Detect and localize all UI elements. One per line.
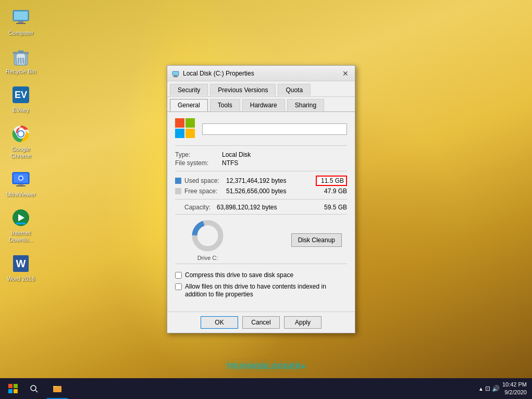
index-checkbox-row: Allow files on this drive to have conten… [175,283,347,299]
free-space-gb: 47.9 GB [316,188,347,195]
capacity-row: Capacity: 63,898,120,192 bytes 59.5 GB [175,204,347,211]
disk-usage-chart [191,219,225,253]
cancel-button[interactable]: Cancel [242,316,280,329]
svg-point-21 [19,177,22,180]
volume-icon[interactable]: 🔊 [492,385,500,392]
svg-point-15 [18,131,23,136]
used-space-label: Used space: [184,177,226,184]
svg-rect-39 [14,389,18,393]
taskbar-date-display: 9/2/2020 [502,389,527,396]
chart-section: Drive C: Disk Cleanup [175,214,347,264]
taskbar-search-button[interactable] [23,378,44,399]
taskbar-items [44,378,478,399]
taskbar-clock[interactable]: 10:42 PM 9/2/2020 [502,381,527,397]
type-row: Type: Local Disk [175,151,347,158]
svg-rect-30 [175,118,184,128]
taskbar-file-explorer[interactable] [47,378,68,399]
taskbar-time-display: 10:42 PM [502,381,527,389]
svg-rect-37 [14,384,18,388]
index-checkbox[interactable] [175,283,182,290]
chrome-icon [10,123,31,144]
drive-name-input[interactable] [202,123,347,135]
svg-rect-1 [14,11,28,20]
watermark: TRUONGBLOGGER● [226,362,306,370]
filesystem-row: File system: NTFS [175,159,347,167]
svg-line-41 [35,390,38,392]
svg-rect-27 [173,72,178,75]
used-space-bytes: 12,371,464,192 bytes [226,177,316,184]
evkey-icon: EV [10,84,31,105]
apply-button[interactable]: Apply [284,316,321,329]
desktop-icon-chrome[interactable]: Google Chrome [3,121,39,161]
svg-point-40 [31,385,36,391]
svg-rect-3 [16,23,26,24]
tab-tools[interactable]: Tools [210,99,240,111]
svg-rect-18 [18,184,23,185]
compress-checkbox-row: Compress this drive to save disk space [175,271,347,280]
filesystem-value: NTFS [222,159,238,167]
used-space-row: Used space: 12,371,464,192 bytes 11.5 GB [175,176,347,186]
drive-header [175,118,347,146]
chrome-icon-label: Google Chrome [5,146,37,159]
svg-rect-5 [13,52,29,54]
taskbar-system-icons: ▲ ⊡ 🔊 [478,385,500,392]
space-section: Used space: 12,371,464,192 bytes 11.5 GB… [175,176,347,195]
idm-icon [10,207,31,228]
dialog-close-button[interactable]: ✕ [340,68,351,79]
chevron-up-icon[interactable]: ▲ [478,386,484,392]
ok-button[interactable]: OK [201,316,238,329]
network-icon: ⊡ [485,385,490,392]
disk-cleanup-button[interactable]: Disk Cleanup [291,233,342,247]
ultraviewer-icon-label: UltraViewer [6,191,36,198]
tab-quota[interactable]: Quota [278,84,311,96]
computer-icon [10,7,31,28]
search-icon [30,384,38,393]
desktop-icon-ultraviewer[interactable]: UltraViewer [3,167,39,200]
desktop-icon-evkey[interactable]: EV EVkey [3,82,39,116]
dialog-title-text: Local Disk (C:) Properties [183,70,340,77]
tab-sharing[interactable]: Sharing [287,99,324,111]
word-icon-label: Word 2016 [7,276,35,282]
chart-drive-label: Drive C: [197,255,218,261]
svg-rect-10 [17,54,24,58]
tab-general[interactable]: General [170,99,208,111]
taskbar-right: ▲ ⊡ 🔊 10:42 PM 9/2/2020 [478,381,529,397]
start-button[interactable] [3,378,23,399]
idm-icon-label: Internet Downlo... [5,230,37,243]
tab-hardware[interactable]: Hardware [242,99,285,111]
desktop-icons: Computer Recycle Bin [3,5,39,284]
svg-text:EV: EV [15,90,27,100]
svg-text:W: W [16,258,26,269]
desktop-icon-computer[interactable]: Computer [3,5,39,39]
svg-rect-19 [16,185,26,186]
desktop-icon-recycle-bin[interactable]: Recycle Bin [3,44,39,77]
svg-rect-33 [185,129,195,138]
recycle-bin-icon [10,46,31,67]
evkey-icon-label: EVkey [13,107,29,114]
tab-previous-versions[interactable]: Previous Versions [210,84,276,96]
separator-2 [175,199,347,200]
dialog-content: Type: Local Disk File system: NTFS Used … [167,112,355,311]
file-explorer-icon [52,383,63,393]
windows-logo-icon [8,384,18,393]
tab-row-top: Security Previous Versions Quota [167,81,355,97]
word-icon: W [10,253,31,274]
svg-rect-29 [173,77,178,77]
desktop-icon-idm[interactable]: Internet Downlo... [3,205,39,245]
dialog-titlebar[interactable]: Local Disk (C:) Properties ✕ [167,66,355,81]
free-space-row: Free space: 51,526,656,000 bytes 47.9 GB [175,188,347,195]
tab-security[interactable]: Security [170,84,208,96]
desktop-icon-word[interactable]: W Word 2016 [3,251,39,284]
svg-rect-38 [8,389,13,393]
dialog-buttons: OK Cancel Apply [167,311,355,333]
chart-container: Drive C: [175,219,225,261]
dialog-title-icon [171,69,180,78]
free-space-label: Free space: [184,188,226,195]
compress-checkbox[interactable] [175,272,182,279]
type-value: Local Disk [222,151,251,158]
svg-rect-32 [175,129,184,138]
used-space-color [175,178,181,184]
drive-icon [175,118,197,140]
type-label: Type: [175,151,222,158]
index-label: Allow files on this drive to have conten… [185,283,347,299]
